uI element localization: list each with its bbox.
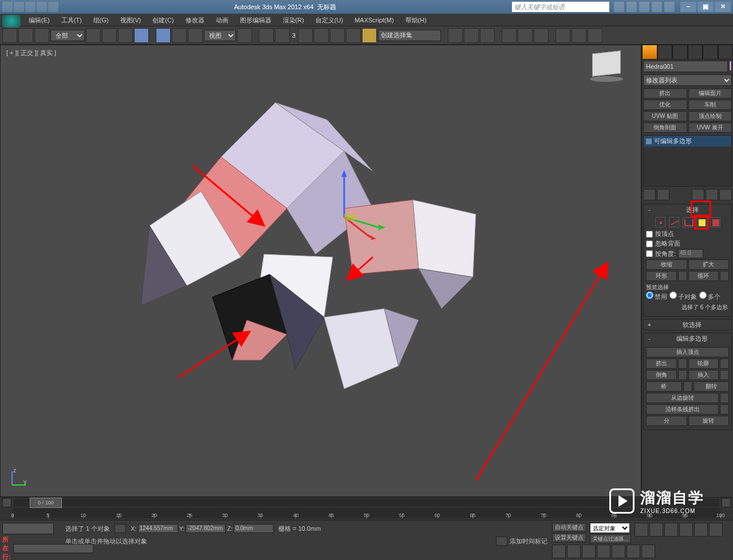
- menu-animation[interactable]: 动画: [210, 14, 234, 26]
- preset-lathe[interactable]: 车削: [688, 100, 732, 110]
- extrude-settings-button[interactable]: [678, 358, 687, 369]
- mini-listener[interactable]: [2, 523, 54, 534]
- outline-button[interactable]: 轮廓: [688, 358, 719, 369]
- menu-views[interactable]: 视图(V): [115, 14, 147, 26]
- coord-z-input[interactable]: 0.0mm: [234, 524, 274, 533]
- object-color-swatch[interactable]: [729, 61, 732, 71]
- hierarchy-tab[interactable]: [672, 45, 688, 60]
- set-key-button[interactable]: 设置关键点: [552, 533, 586, 542]
- select-scale-button[interactable]: [188, 28, 203, 43]
- soft-selection-header[interactable]: +软选择: [644, 320, 731, 330]
- next-frame-button[interactable]: [679, 523, 693, 537]
- coord-y-input[interactable]: -2047.802mm: [186, 524, 226, 533]
- select-region-button[interactable]: [118, 28, 133, 43]
- selection-filter-dropdown[interactable]: 全部: [50, 30, 85, 41]
- arc-rotate-button[interactable]: [567, 545, 581, 558]
- ref-coord-dropdown[interactable]: 视图: [204, 30, 236, 41]
- viewport-label[interactable]: [ + ][ 正交 ][ 真实 ]: [6, 49, 56, 57]
- curve-editor-button[interactable]: [502, 28, 517, 43]
- link-button[interactable]: [2, 28, 17, 43]
- show-end-result-button[interactable]: [657, 189, 669, 200]
- stack-expand-icon[interactable]: [646, 139, 652, 144]
- select-object-button[interactable]: [86, 28, 101, 43]
- preset-uvw-map[interactable]: UVW 贴图: [643, 111, 687, 121]
- pan-view-button[interactable]: [552, 545, 566, 558]
- subobj-vertex-button[interactable]: [655, 217, 665, 227]
- subobj-border-button[interactable]: [683, 217, 693, 227]
- snap-toggle-button[interactable]: [298, 28, 313, 43]
- align-button[interactable]: [464, 28, 479, 43]
- preview-off-radio[interactable]: 禁用: [646, 291, 667, 301]
- bevel-settings-button[interactable]: [678, 370, 687, 380]
- pin-stack-button[interactable]: [643, 189, 656, 200]
- modifier-list-dropdown[interactable]: 修改器列表: [643, 74, 732, 86]
- menu-maxscript[interactable]: MAXScript(M): [349, 14, 399, 26]
- object-name-input[interactable]: [643, 61, 728, 72]
- auto-key-button[interactable]: 自动关键点: [552, 523, 586, 532]
- grow-button[interactable]: 扩大: [688, 259, 730, 270]
- select-move-button[interactable]: [156, 28, 171, 43]
- bind-spacewarp-button[interactable]: [34, 28, 49, 43]
- ring-spinner[interactable]: [678, 271, 687, 281]
- layer-manager-button[interactable]: [480, 28, 495, 43]
- selection-rollout-header[interactable]: -选择: [644, 204, 731, 215]
- prev-frame-button[interactable]: [649, 523, 663, 537]
- menu-tools[interactable]: 工具(T): [56, 14, 88, 26]
- extrude-spline-settings-button[interactable]: [720, 404, 729, 415]
- hinge-settings-button[interactable]: [720, 393, 729, 403]
- by-angle-checkbox[interactable]: [646, 250, 653, 257]
- extrude-along-spline-button[interactable]: 沿样条线挤出: [646, 404, 719, 415]
- insert-vertex-button[interactable]: 插入顶点: [646, 347, 729, 357]
- preset-extrude[interactable]: 挤出: [643, 88, 687, 98]
- time-config-button[interactable]: [709, 523, 723, 537]
- add-time-tag-label[interactable]: 添加时间标记: [510, 537, 547, 546]
- time-slider-prev[interactable]: [2, 498, 11, 507]
- select-by-name-button[interactable]: [102, 28, 117, 43]
- lock-selection-button[interactable]: [115, 524, 126, 533]
- max-viewport-button[interactable]: [641, 545, 655, 558]
- keyboard-shortcut-button[interactable]: [275, 28, 290, 43]
- bridge-button[interactable]: 桥: [646, 381, 682, 392]
- goto-start-button[interactable]: [635, 523, 648, 537]
- qat-redo-icon[interactable]: [48, 2, 58, 12]
- display-tab[interactable]: [703, 45, 718, 60]
- play-button[interactable]: [664, 523, 678, 537]
- named-sel-input[interactable]: [378, 30, 441, 41]
- menu-graph-editors[interactable]: 图形编辑器: [234, 14, 277, 26]
- pivot-button[interactable]: [237, 28, 252, 43]
- close-button[interactable]: ✕: [715, 2, 731, 12]
- bridge-settings-button[interactable]: [683, 381, 692, 392]
- shrink-button[interactable]: 收缩: [646, 259, 687, 270]
- maximize-button[interactable]: ▣: [697, 2, 714, 12]
- edit-named-sel-button[interactable]: [362, 28, 377, 43]
- render-button[interactable]: [588, 28, 602, 43]
- spinner-snap-button[interactable]: [346, 28, 361, 43]
- goto-end-button[interactable]: [694, 523, 708, 537]
- stack-editable-poly[interactable]: 可编辑多边形: [644, 136, 731, 147]
- make-unique-button[interactable]: [692, 189, 704, 200]
- menu-rendering[interactable]: 渲染(R): [277, 14, 310, 26]
- select-rotate-button[interactable]: [172, 28, 187, 43]
- loop-spinner[interactable]: [720, 271, 729, 281]
- menu-modifiers[interactable]: 修改器: [180, 14, 210, 26]
- ignore-backfacing-checkbox[interactable]: [646, 240, 653, 247]
- bevel-button[interactable]: 倒角: [646, 370, 677, 380]
- rotate-button[interactable]: 旋转: [688, 416, 730, 426]
- subobj-element-button[interactable]: [710, 217, 720, 227]
- qat-save-icon[interactable]: [25, 2, 36, 12]
- key-target-dropdown[interactable]: 选定对象: [590, 523, 630, 533]
- hinge-from-edge-button[interactable]: 从边旋转: [646, 393, 719, 403]
- zoom-all-button[interactable]: [597, 545, 610, 558]
- flip-button[interactable]: 翻转: [693, 381, 730, 392]
- utilities-tab[interactable]: [718, 45, 734, 60]
- loop-button[interactable]: 循环: [688, 271, 719, 281]
- material-editor-button[interactable]: [534, 28, 549, 43]
- isolate-button[interactable]: [496, 537, 507, 546]
- create-tab[interactable]: [642, 45, 657, 60]
- search-icon[interactable]: [614, 2, 624, 12]
- configure-sets-button[interactable]: [719, 189, 732, 200]
- preview-multi-radio[interactable]: 多个: [699, 291, 720, 301]
- preset-optimize[interactable]: 优化: [643, 100, 687, 110]
- inset-settings-button[interactable]: [720, 370, 729, 380]
- mirror-button[interactable]: [448, 28, 463, 43]
